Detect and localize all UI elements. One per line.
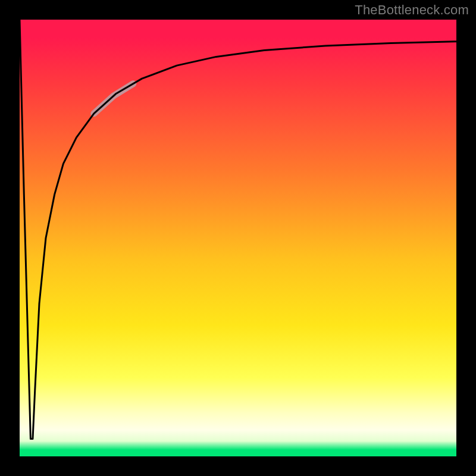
gradient-background (20, 20, 456, 456)
attribution-watermark: TheBottleneck.com (355, 2, 469, 18)
plot-border-bottom (0, 456, 476, 476)
chart-frame: TheBottleneck.com (0, 0, 476, 476)
plot-border-left (0, 0, 20, 476)
plot-border-right (456, 0, 476, 476)
